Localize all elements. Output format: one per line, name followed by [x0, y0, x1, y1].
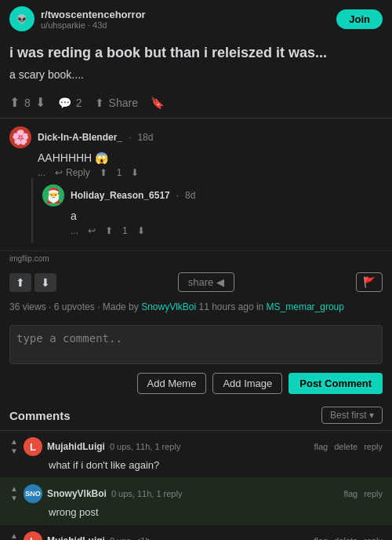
- comments-header: Comments Best first ▾: [0, 400, 392, 431]
- comment-icon: 💬: [58, 97, 71, 109]
- nested-vote-count: 1: [122, 225, 128, 236]
- bookmark-button[interactable]: 🔖: [151, 97, 164, 109]
- comment-actions-1: flag delete reply: [314, 442, 383, 451]
- meta-username-link[interactable]: SnowyVlkBoi: [141, 301, 196, 312]
- subreddit-icon: 👽: [9, 6, 34, 31]
- comment-ups-3: 0 ups, <1h: [110, 536, 151, 540]
- sort-button[interactable]: Best first ▾: [321, 407, 383, 424]
- upvote-2[interactable]: ▲: [9, 484, 19, 494]
- svg-text:👽: 👽: [16, 13, 27, 24]
- nested-upvote-button[interactable]: ⬆: [105, 225, 113, 236]
- bottom-action-bar: ⬆ ⬇ share ◀ 🚩: [0, 266, 392, 298]
- comment-header: 🌸 Dick-In-A-Blender_ · 18d: [9, 126, 383, 148]
- vote-arrows-1: ▲ ▼: [9, 437, 19, 456]
- comment-ups-1: 0 ups, 11h, 1 reply: [110, 442, 181, 451]
- user-comment-1: ▲ ▼ L MujahidLuigi 0 ups, 11h, 1 reply f…: [0, 431, 392, 478]
- flag-3[interactable]: flag: [314, 536, 328, 540]
- add-meme-button[interactable]: Add Meme: [137, 373, 207, 394]
- bottom-share-button[interactable]: share ◀: [178, 272, 235, 292]
- reply-2[interactable]: reply: [364, 489, 383, 498]
- downvote-button[interactable]: ⬇: [35, 95, 45, 110]
- join-button[interactable]: Join: [336, 9, 383, 29]
- bookmark-icon: 🔖: [151, 97, 164, 109]
- comment-username-1: MujahidLuigi: [47, 441, 105, 452]
- top-comment: 🌸 Dick-In-A-Blender_ · 18d AAHHHHH 😱 ...…: [0, 119, 392, 251]
- comments-title: Comments: [9, 409, 71, 422]
- vote-arrows-3: ▲ ▼: [9, 531, 19, 540]
- vote-count: 8: [24, 97, 31, 109]
- downvote-1[interactable]: ▼: [9, 447, 19, 456]
- user-comment-header-2: ▲ ▼ SNO SnowyVlkBoi 0 ups, 11h, 1 reply …: [9, 484, 383, 503]
- reply-arrow-icon: ↩: [55, 167, 63, 178]
- user-avatar-1: L: [24, 437, 42, 456]
- comment-actions: ... ↩ Reply ⬆ 1 ⬇: [9, 167, 383, 178]
- post-title: i was reding a book but than i releiszed…: [0, 38, 392, 68]
- comment-actions-2: flag reply: [343, 489, 383, 498]
- comment-buttons: Add Meme Add Image Post Comment: [9, 373, 383, 394]
- comment-time-ago: 18d: [137, 132, 153, 143]
- nested-comment: 🎅 Holiday_Reason_6517 · 8d a ... ↩ ⬆ 1 ⬇: [31, 178, 383, 243]
- nested-comment-header: 🎅 Holiday_Reason_6517 · 8d: [42, 184, 373, 206]
- comment-dots-button[interactable]: ...: [38, 167, 45, 178]
- nested-downvote-button[interactable]: ⬇: [137, 225, 145, 236]
- delete-1[interactable]: delete: [334, 442, 358, 451]
- subreddit-info: r/twoscentencehorror u/uhsparkie · 43d: [41, 9, 146, 30]
- post-subtitle: a scary book....: [0, 68, 392, 87]
- comment-ups-2: 0 ups, 11h, 1 reply: [111, 489, 183, 498]
- flag-button[interactable]: 🚩: [356, 272, 383, 292]
- nested-comment-time: 8d: [185, 190, 195, 201]
- bottom-downvote-button[interactable]: ⬇: [34, 273, 56, 292]
- comment-count: 2: [76, 97, 82, 109]
- user-comment-header-1: ▲ ▼ L MujahidLuigi 0 ups, 11h, 1 reply f…: [9, 437, 383, 456]
- vote-bar: ⬆ 8 ⬇ 💬 2 ⬆ Share 🔖: [0, 87, 392, 118]
- comment-reply-button[interactable]: ↩ Reply: [55, 167, 90, 178]
- meta-group-link[interactable]: MS_memar_group: [267, 301, 344, 312]
- nested-comment-body: a: [42, 210, 373, 222]
- post-comment-button[interactable]: Post Comment: [289, 373, 383, 394]
- comment-body: AAHHHHH 😱: [9, 151, 383, 164]
- comment-text-1: what if i don't like again?: [9, 459, 383, 471]
- comment-vote-count: 1: [117, 167, 122, 178]
- reply-3[interactable]: reply: [364, 536, 383, 540]
- vote-arrows-2: ▲ ▼: [9, 484, 19, 503]
- imgflip-credit-top: imgflip.com: [0, 251, 392, 266]
- comment-time: ·: [129, 132, 131, 143]
- upvote-3[interactable]: ▲: [9, 531, 19, 540]
- user-avatar-2: SNO: [24, 484, 42, 503]
- bottom-vote-group: ⬆ ⬇: [9, 273, 56, 292]
- nested-comment-actions: ... ↩ ⬆ 1 ⬇: [42, 225, 373, 236]
- share-button[interactable]: ⬆ Share: [95, 97, 138, 109]
- nested-dots-button[interactable]: ...: [71, 225, 78, 236]
- comment-downvote-button[interactable]: ⬇: [131, 167, 139, 178]
- share-label: share: [188, 276, 214, 288]
- upvote-1[interactable]: ▲: [9, 437, 19, 447]
- comment-actions-3: flag delete reply: [314, 536, 383, 540]
- delete-3[interactable]: delete: [334, 536, 358, 540]
- share-arrow-icon: ◀: [216, 276, 224, 288]
- comment-input-area: Add Meme Add Image Post Comment: [0, 319, 392, 400]
- reply-1[interactable]: reply: [364, 442, 383, 451]
- comment-input[interactable]: [9, 325, 383, 364]
- user-comment-header-3: ▲ ▼ L MujahidLuigi 0 ups, <1h flag delet…: [9, 531, 383, 540]
- flag-2[interactable]: flag: [343, 489, 358, 498]
- flag-1[interactable]: flag: [314, 442, 328, 451]
- comment-upvote-button[interactable]: ⬆: [100, 167, 107, 178]
- comment-avatar: 🌸: [9, 126, 31, 148]
- subreddit-name: r/twoscentencehorror: [41, 9, 146, 20]
- user-avatar-3: L: [24, 531, 42, 540]
- user-comment-2: ▲ ▼ SNO SnowyVlkBoi 0 ups, 11h, 1 reply …: [0, 478, 392, 525]
- post-meta: u/uhsparkie · 43d: [41, 20, 146, 30]
- comment-username: Dick-In-A-Blender_: [38, 132, 122, 143]
- add-image-button[interactable]: Add Image: [212, 373, 282, 394]
- comment-username-2: SnowyVlkBoi: [47, 488, 107, 499]
- downvote-2[interactable]: ▼: [9, 494, 19, 503]
- nested-comment-avatar: 🎅: [42, 184, 64, 206]
- share-icon: ⬆: [95, 97, 104, 109]
- upvote-button[interactable]: ⬆: [9, 95, 20, 110]
- meta-bar: 36 views · 6 upvotes · Made by SnowyVlkB…: [0, 298, 392, 319]
- post-header: 👽 r/twoscentencehorror u/uhsparkie · 43d…: [0, 0, 392, 38]
- nested-reply-icon-button[interactable]: ↩: [88, 225, 96, 236]
- user-comment-3: ▲ ▼ L MujahidLuigi 0 ups, <1h flag delet…: [0, 525, 392, 540]
- comment-button[interactable]: 💬 2: [58, 97, 82, 109]
- bottom-upvote-button[interactable]: ⬆: [9, 273, 31, 292]
